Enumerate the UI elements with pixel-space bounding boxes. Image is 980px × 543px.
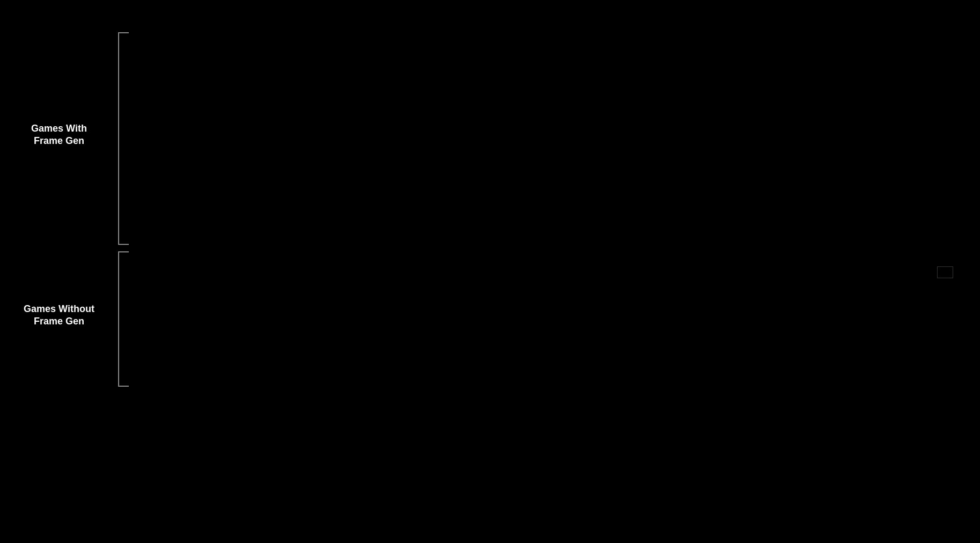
bars-area (242, 32, 959, 512)
category-label-0: Games With Frame Gen (21, 122, 97, 148)
bracket-0 (118, 32, 129, 245)
bracket-1 (118, 251, 129, 387)
game-labels (129, 32, 242, 512)
category-labels: Games With Frame GenGames Without Frame … (21, 32, 129, 387)
x-axis (242, 512, 959, 528)
category-label-1: Games Without Frame Gen (21, 303, 97, 328)
chart-container: Games With Frame GenGames Without Frame … (21, 32, 959, 532)
inner-chart (129, 32, 959, 512)
